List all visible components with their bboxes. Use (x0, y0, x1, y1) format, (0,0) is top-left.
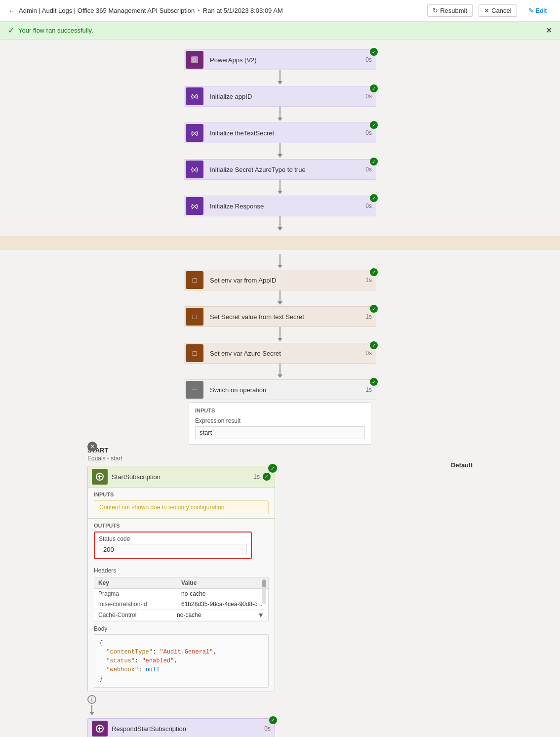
arrow-1 (278, 70, 282, 86)
body-contenttype-key: "contentType" (106, 649, 153, 655)
set-appid-icon: □ (186, 271, 203, 289)
headers-row-correlation: mise-correlation-id 61b28d35-98ca-4cea-9… (94, 599, 268, 610)
body-brace-close: } (99, 675, 103, 682)
init-response-icon: {x} (186, 197, 203, 215)
branch-equals-text: Equals - start (87, 455, 122, 462)
status-code-label: Status code (99, 535, 247, 542)
set-appid-duration: 1s (365, 277, 376, 284)
breadcrumb-text: Admin | Audit Logs | Office 365 Manageme… (19, 7, 195, 14)
body-content: { "contentType": "Audit.General", "statu… (94, 634, 269, 688)
start-sub-label: StartSubscription (112, 473, 253, 481)
default-branch: Default (451, 447, 473, 469)
branch-close-button[interactable]: ✕ (87, 442, 97, 451)
step-switch[interactable]: ≡≡ Switch on operation 1s ✓ (184, 379, 376, 400)
status-code-box: Status code 200 (94, 532, 252, 559)
cancel-button[interactable]: ✕ Cancel (479, 4, 517, 17)
powerapps-duration: 0s (365, 56, 376, 63)
body-contenttype-val: "Audit.General" (160, 649, 213, 655)
arrow-2 (278, 107, 282, 123)
set-secret-success: ✓ (370, 305, 378, 313)
respond-success-badge: ✓ (269, 716, 277, 724)
arrow-8 (278, 327, 282, 343)
init-textsecret-success: ✓ (370, 121, 378, 129)
switch-icon: ≡≡ (186, 381, 203, 399)
scrollbar-thumb (262, 579, 266, 587)
switch-inputs-panel: INPUTS Expression result start (189, 402, 371, 445)
step-init-textsecret[interactable]: {x} Initialize theTextSecret 0s ✓ (184, 123, 376, 143)
cache-dropdown-icon[interactable]: ▼ (257, 611, 264, 619)
run-time-text: Ran at 5/1/2023 8:03:09 AM (203, 7, 283, 14)
start-subscription-header: StartSubscription 1s ✓ (88, 466, 275, 487)
switch-duration: 1s (365, 386, 376, 393)
init-textsecret-icon: {x} (186, 124, 203, 142)
start-subscription-block[interactable]: StartSubscription 1s ✓ ✓ INPUTS Content … (87, 466, 275, 692)
start-sub-inputs-panel: INPUTS Content not shown due to security… (88, 487, 275, 518)
init-azuretype-duration: 0s (365, 166, 376, 173)
arrow-7 (278, 290, 282, 306)
scrollbar-track[interactable] (262, 579, 266, 604)
step-init-response[interactable]: {x} Initialize Response 0s ✓ (184, 196, 376, 216)
section-divider (0, 236, 560, 250)
svg-text:⬡: ⬡ (192, 57, 197, 63)
arrow-9 (278, 364, 282, 379)
init-textsecret-duration: 0s (365, 129, 376, 136)
success-message: Your flow ran successfully. (18, 27, 93, 34)
set-secret-icon: □ (186, 308, 203, 326)
step-powerapps[interactable]: ⬡ PowerApps (V2) 0s ✓ (184, 49, 376, 70)
set-azure-label: Set env var Azure Secret (205, 350, 365, 357)
switch-label: Switch on operation (205, 386, 365, 394)
status-code-value: 200 (99, 544, 247, 555)
set-azure-duration: 0s (365, 350, 376, 357)
start-sub-outputs-label: OUTPUTS (94, 523, 269, 529)
resubmit-button[interactable]: ↻ Resubmit (427, 4, 473, 17)
success-close-button[interactable]: ✕ (546, 26, 552, 35)
set-azure-icon: □ (186, 344, 203, 362)
cache-key: Cache-Control (98, 612, 177, 618)
step-set-azure[interactable]: □ Set env var Azure Secret 0s ✓ (184, 343, 376, 364)
cache-val: no-cache (177, 612, 255, 618)
breadcrumb-sep: • (198, 7, 200, 14)
respond-label: RespondStartSubscription (112, 725, 264, 733)
step-set-appid[interactable]: □ Set env var from AppID 1s ✓ (184, 270, 376, 290)
arrow-5 (278, 216, 282, 232)
edit-button[interactable]: ✎ Edit (523, 4, 552, 17)
body-webhook-val: null (146, 666, 160, 673)
security-notice: Content not shown due to security config… (94, 500, 269, 514)
powerapps-label: PowerApps (V2) (205, 56, 365, 64)
headers-section: Headers Key Value Pragma no-cache (94, 567, 269, 621)
start-sub-outputs-panel: OUTPUTS Status code 200 Headers Key (88, 518, 275, 692)
arrow-3 (278, 143, 282, 159)
body-status-val: "enabled" (142, 657, 174, 664)
branch-row: ✕ START Equals - start StartSubscription… (87, 447, 473, 737)
set-secret-duration: 1s (365, 313, 376, 320)
switch-success: ✓ (370, 378, 378, 386)
headers-row-pragma: Pragma no-cache (94, 589, 268, 599)
start-branch: START Equals - start StartSubscription 1… (87, 447, 446, 737)
body-status-key: "status" (106, 657, 135, 664)
start-sub-success-badge: ✓ (268, 464, 277, 473)
back-icon[interactable]: ← (8, 6, 16, 15)
respond-duration: 0s (264, 725, 275, 732)
init-response-label: Initialize Response (205, 203, 365, 210)
respond-block[interactable]: RespondStartSubscription 0s ✓ (87, 718, 275, 737)
set-appid-label: Set env var from AppID (205, 277, 365, 284)
start-sub-icon (92, 469, 108, 485)
default-branch-label: Default (451, 461, 473, 469)
expression-result-value: start (195, 426, 365, 439)
step-init-appid[interactable]: {x} Initialize appID 0s ✓ (184, 86, 376, 107)
headers-table: Key Value Pragma no-cache mise-correlati… (94, 577, 269, 621)
step-set-secret[interactable]: □ Set Secret value from text Secret 1s ✓ (184, 306, 376, 327)
set-appid-success: ✓ (370, 268, 378, 276)
arrow-6 (278, 254, 282, 270)
headers-section-label: Headers (94, 567, 269, 574)
start-sub-inputs-label: INPUTS (94, 491, 269, 497)
init-response-success: ✓ (370, 194, 378, 202)
body-section: Body { "contentType": "Audit.General", "… (94, 625, 269, 688)
headers-table-header: Key Value (94, 577, 268, 589)
info-arrow-head (89, 712, 94, 715)
step-init-azuretype[interactable]: {x} Initialize Secret AzureType to true … (184, 159, 376, 180)
flow-steps-container: ⬡ PowerApps (V2) 0s ✓ {x} Initialize app… (0, 49, 560, 737)
info-icon: ℹ (87, 695, 96, 704)
headers-row-cache: Cache-Control no-cache ▼ (94, 610, 268, 621)
cancel-icon: ✕ (484, 7, 489, 14)
